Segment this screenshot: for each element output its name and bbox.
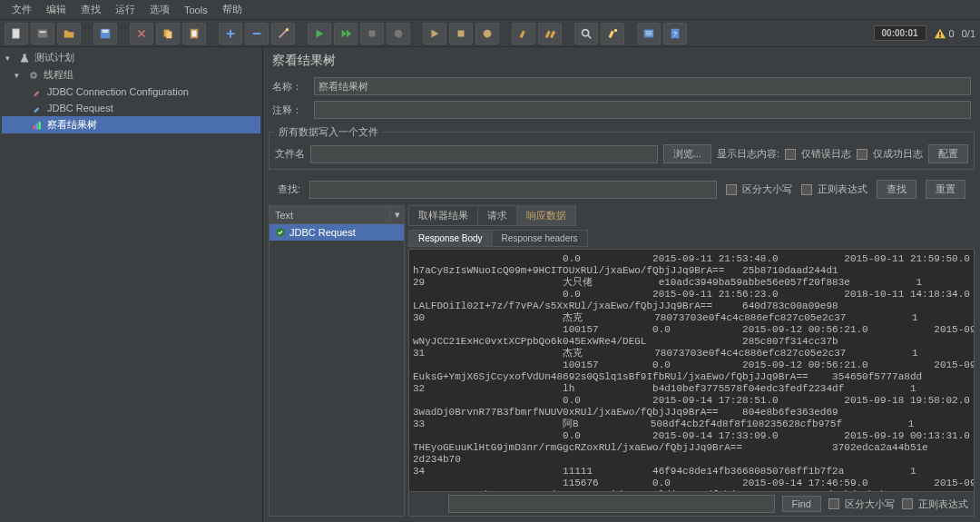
start-icon[interactable] bbox=[308, 23, 331, 44]
flask-icon bbox=[18, 52, 31, 64]
svg-point-11 bbox=[395, 29, 403, 37]
tree-thread-group[interactable]: ▾ 线程组 bbox=[2, 66, 260, 84]
remote-start-icon[interactable] bbox=[423, 23, 446, 44]
log-display-label: 显示日志内容: bbox=[717, 147, 779, 161]
regex-checkbox[interactable] bbox=[801, 184, 812, 195]
menu-help[interactable]: 帮助 bbox=[215, 0, 250, 19]
remote-stop-icon[interactable] bbox=[449, 23, 473, 44]
wand-icon[interactable] bbox=[271, 23, 295, 44]
subtab-response-body[interactable]: Response Body bbox=[408, 230, 493, 247]
svg-rect-18 bbox=[646, 33, 652, 34]
start-no-timers-icon[interactable] bbox=[334, 23, 358, 44]
function-helper-icon[interactable] bbox=[637, 23, 661, 44]
search-tree-icon[interactable] bbox=[574, 23, 598, 44]
menu-run[interactable]: 运行 bbox=[108, 0, 142, 19]
add-icon[interactable] bbox=[219, 23, 242, 44]
configure-button[interactable]: 配置 bbox=[928, 144, 968, 163]
clear-icon[interactable] bbox=[512, 23, 535, 44]
cut-icon[interactable] bbox=[130, 23, 153, 44]
only-success-label: 仅成功日志 bbox=[873, 147, 923, 161]
menu-options[interactable]: 选项 bbox=[142, 0, 177, 19]
tree-label: 测试计划 bbox=[34, 51, 74, 64]
menu-edit[interactable]: 编辑 bbox=[39, 0, 74, 19]
only-error-checkbox[interactable] bbox=[785, 149, 796, 160]
svg-rect-1 bbox=[38, 29, 48, 37]
stop-icon[interactable] bbox=[360, 23, 384, 44]
paste-icon[interactable] bbox=[182, 23, 206, 44]
warning-badge[interactable]: 0 bbox=[934, 27, 955, 40]
browse-button[interactable]: 浏览... bbox=[663, 144, 711, 163]
svg-rect-17 bbox=[646, 31, 652, 32]
tree-jdbc-request[interactable]: JDBC Request bbox=[2, 100, 260, 116]
test-plan-tree: ▾ 测试计划 ▾ 线程组 JDBC Connection Configurati… bbox=[0, 47, 263, 522]
menu-tools[interactable]: Tools bbox=[177, 2, 215, 18]
response-text: 0.0 2015-09-11 21:53:48.0 2015-09-11 21:… bbox=[409, 250, 974, 492]
sampler-renderer-label: Text bbox=[270, 207, 389, 223]
svg-rect-12 bbox=[458, 30, 465, 36]
help-icon[interactable]: ? bbox=[663, 23, 687, 44]
search-input[interactable] bbox=[309, 181, 717, 199]
thread-stats: 0/1 bbox=[962, 28, 975, 39]
name-input[interactable] bbox=[314, 77, 971, 95]
sampler-result-item[interactable]: JDBC Request bbox=[270, 224, 404, 241]
remote-shutdown-icon[interactable] bbox=[475, 23, 499, 44]
response-body-pane[interactable]: 0.0 2015-09-11 21:53:48.0 2015-09-11 21:… bbox=[408, 249, 975, 492]
find-regex-label: 正则表达式 bbox=[918, 497, 968, 511]
copy-icon[interactable] bbox=[156, 23, 180, 44]
svg-point-15 bbox=[614, 28, 618, 32]
warning-count: 0 bbox=[949, 28, 955, 39]
write-results-fieldset: 所有数据写入一个文件 文件名 浏览... 显示日志内容: 仅错误日志 仅成功日志… bbox=[269, 125, 975, 170]
menu-file[interactable]: 文件 bbox=[5, 0, 39, 19]
svg-rect-10 bbox=[369, 30, 376, 36]
sampler-renderer-dropdown[interactable]: ▾ bbox=[389, 206, 404, 223]
new-file-icon[interactable] bbox=[5, 23, 28, 44]
fieldset-legend: 所有数据写入一个文件 bbox=[275, 125, 382, 139]
name-label: 名称： bbox=[272, 80, 309, 94]
open-folder-icon[interactable] bbox=[57, 23, 81, 44]
only-success-checkbox[interactable] bbox=[857, 149, 867, 160]
sampler-item-label: JDBC Request bbox=[289, 227, 356, 238]
find-bar: Find 区分大小写 正则表达式 bbox=[408, 492, 975, 517]
svg-rect-23 bbox=[939, 35, 941, 37]
gear-icon bbox=[27, 69, 40, 82]
find-case-checkbox[interactable] bbox=[828, 498, 839, 509]
svg-rect-28 bbox=[39, 122, 41, 129]
shutdown-icon[interactable] bbox=[387, 23, 410, 44]
find-regex-checkbox[interactable] bbox=[902, 498, 913, 509]
find-input[interactable] bbox=[448, 495, 775, 513]
tree-test-plan[interactable]: ▾ 测试计划 bbox=[2, 49, 260, 66]
content-panel: 察看结果树 名称： 注释： 所有数据写入一个文件 文件名 浏览... 显示日志内… bbox=[263, 47, 980, 522]
subtab-response-headers[interactable]: Response headers bbox=[492, 230, 588, 247]
search-button[interactable]: 查找 bbox=[877, 180, 916, 199]
tree-label: JDBC Request bbox=[47, 103, 113, 113]
menu-bar: 文件 编辑 查找 运行 选项 Tools 帮助 bbox=[0, 0, 980, 20]
tree-jdbc-conn[interactable]: JDBC Connection Configuration bbox=[2, 84, 260, 100]
warning-icon bbox=[934, 27, 946, 40]
tab-sampler-result[interactable]: 取样器结果 bbox=[408, 205, 478, 226]
svg-text:?: ? bbox=[673, 29, 678, 37]
tree-label: 线程组 bbox=[44, 68, 74, 82]
tab-response-data[interactable]: 响应数据 bbox=[516, 205, 576, 226]
svg-rect-8 bbox=[191, 30, 196, 36]
svg-rect-27 bbox=[36, 123, 38, 129]
chevron-down-icon[interactable]: ▾ bbox=[15, 71, 24, 80]
remove-icon[interactable] bbox=[245, 23, 269, 44]
chevron-down-icon[interactable]: ▾ bbox=[5, 54, 15, 63]
reset-button[interactable]: 重置 bbox=[926, 180, 965, 199]
tab-request[interactable]: 请求 bbox=[477, 205, 517, 226]
svg-rect-22 bbox=[939, 32, 941, 35]
templates-icon[interactable] bbox=[31, 23, 54, 44]
tree-view-results[interactable]: 察看结果树 bbox=[2, 116, 260, 133]
result-area: 取样器结果 请求 响应数据 Response Body Response hea… bbox=[408, 205, 975, 517]
reset-search-icon[interactable] bbox=[601, 23, 624, 44]
save-icon[interactable] bbox=[93, 23, 117, 44]
filename-label: 文件名 bbox=[275, 147, 305, 161]
find-button[interactable]: Find bbox=[782, 496, 821, 512]
case-sensitive-checkbox[interactable] bbox=[726, 184, 737, 195]
comment-input[interactable] bbox=[314, 101, 971, 119]
filename-input[interactable] bbox=[310, 145, 658, 163]
clear-all-icon[interactable] bbox=[538, 23, 562, 44]
svg-point-9 bbox=[286, 27, 289, 31]
only-error-label: 仅错误日志 bbox=[801, 147, 851, 161]
menu-search[interactable]: 查找 bbox=[74, 0, 108, 19]
